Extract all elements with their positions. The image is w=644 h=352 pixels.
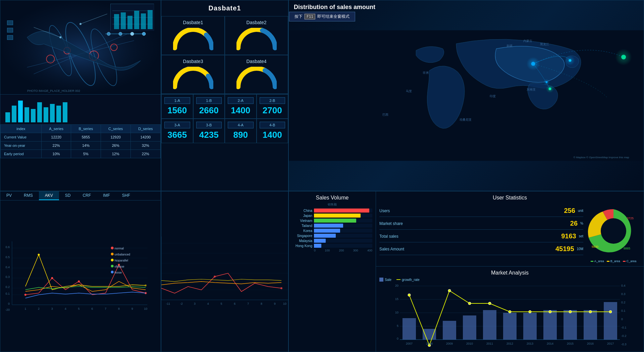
gauge-cell-2: Dasbate3 [161, 55, 225, 94]
svg-text:0: 0 [8, 302, 10, 305]
turbine-visualization: PHOTO IMAGE_PLACE_HOLDER 002 [0, 0, 161, 94]
metric-label-6: 4-A [228, 122, 254, 128]
bar-label-0: China [292, 209, 312, 213]
gauge-svg-1 [236, 28, 277, 51]
svg-rect-152 [503, 313, 517, 340]
stat-row-total-sales: Total sales 9163 set [379, 232, 583, 242]
svg-text:-0.3: -0.3 [621, 343, 627, 346]
metric-label-1: 1-B [196, 97, 222, 104]
svg-point-97 [111, 259, 114, 261]
metric-value-1: 2660 [196, 105, 222, 116]
legend-c-label: C_area [627, 259, 637, 263]
line-chart-svg: 0.6 0.5 0.4 0.3 0.2 0.1 0 -20 1 2 3 4 5 … [0, 202, 161, 351]
cell-b: 5855 [71, 133, 101, 141]
svg-point-161 [468, 302, 471, 305]
legend-c-icon [623, 261, 626, 262]
cell-d: 22% [130, 150, 160, 158]
bar-label-2: Vietnam [292, 219, 312, 223]
svg-text:-20: -20 [5, 308, 10, 311]
svg-rect-156 [584, 310, 597, 340]
fullscreen-tooltip: 按下 F11 即可结束全窗模式 [289, 12, 355, 21]
svg-point-87 [51, 277, 53, 279]
gauge-svg-3 [236, 67, 277, 90]
main-dashboard: PHOTO IMAGE_PLACE_HOLDER 002 index [0, 0, 644, 352]
bar-row-japan: Japan [292, 214, 372, 218]
tab-akv[interactable]: AKV [39, 191, 59, 200]
svg-text:0.2: 0.2 [5, 285, 9, 289]
svg-text:2009: 2009 [446, 342, 453, 345]
svg-text:0.6: 0.6 [5, 245, 9, 249]
sales-vol-subtitle: 销售额 [292, 202, 372, 207]
metric-cell-3-B: 3-B 4235 [193, 119, 225, 143]
svg-text:oblique: oblique [115, 265, 124, 268]
tab-rms[interactable]: RMS [18, 191, 39, 200]
bar-row-hong kong: Hong Kong [292, 244, 372, 248]
svg-point-28 [59, 36, 61, 38]
svg-point-167 [589, 310, 592, 313]
user-stats-market: User Statistics Users 256 unitMarket sha… [376, 191, 644, 352]
tab-crf[interactable]: CRF [76, 191, 97, 200]
gauge-cell-3: Dasbate4 [225, 55, 288, 94]
gauge-svg-0 [173, 28, 213, 51]
metric-label-3: 2-B [260, 97, 285, 104]
svg-text:4: 4 [207, 302, 209, 305]
svg-text:6: 6 [234, 302, 235, 305]
svg-text:2015: 2015 [567, 342, 574, 345]
svg-text:2: 2 [38, 307, 40, 310]
stat-unit-1: % [580, 222, 583, 225]
cell-label: Year-on-year [1, 141, 42, 150]
svg-point-86 [24, 294, 26, 296]
svg-text:-11: -11 [166, 302, 170, 305]
svg-text:-2: -2 [180, 302, 183, 305]
user-stats-title: User Statistics [379, 195, 640, 201]
th-index: index [1, 125, 42, 133]
svg-text:0.4: 0.4 [5, 266, 9, 269]
donut-chart-container: 3725 5630 8865 A_area [587, 204, 640, 263]
svg-text:0.3: 0.3 [621, 292, 626, 296]
svg-rect-149 [443, 321, 456, 340]
svg-rect-34 [37, 102, 42, 122]
metric-cell-1-A: 1-A 1560 [161, 94, 193, 119]
svg-point-124 [601, 218, 626, 244]
metric-value-2: 1400 [228, 105, 254, 116]
stat-row-users: Users 256 unit [379, 207, 583, 217]
cell-a: 10% [41, 150, 71, 158]
bar-label-1: Japan [292, 214, 312, 218]
stat-unit-2: set [579, 234, 583, 238]
x-axis-label: 400 [367, 249, 372, 252]
tab-pv[interactable]: PV [0, 191, 18, 200]
metric-label-4: 3-A [164, 122, 190, 128]
map-svg: 新疆 内蒙古 黑龙江 非洲 东南亚 马里 坦桑尼亚 巴西 印度 © Mapbox… [289, 0, 644, 191]
bar-label-7: Hong Kong [292, 244, 312, 248]
donut-svg: 3725 5630 8865 [587, 204, 640, 258]
legend-b-label: B_area [610, 259, 620, 263]
stat-label-2: Total sales [379, 234, 558, 239]
svg-text:0.1: 0.1 [621, 309, 626, 312]
svg-text:-0.2: -0.2 [621, 334, 627, 338]
svg-text:内蒙古: 内蒙古 [523, 39, 532, 43]
svg-text:8865: 8865 [624, 247, 630, 250]
tab-imf[interactable]: IMF [97, 191, 116, 200]
tab-shf[interactable]: SHF [116, 191, 136, 200]
gauge-svg-2 [173, 67, 213, 90]
bar-track-1 [314, 214, 372, 218]
gauge-title-1: Dasbate2 [247, 20, 267, 25]
map-background: 新疆 内蒙古 黑龙江 非洲 东南亚 马里 坦桑尼亚 巴西 印度 © Mapbox… [289, 0, 644, 191]
svg-text:3725: 3725 [627, 217, 634, 220]
svg-point-92 [145, 284, 147, 286]
svg-text:5: 5 [221, 302, 222, 305]
bar-track-3 [314, 224, 372, 228]
svg-text:10: 10 [144, 307, 147, 310]
cell-b: 14% [71, 141, 101, 150]
svg-point-26 [79, 23, 82, 25]
x-axis-numbers: 0100200300400 [292, 249, 372, 252]
svg-rect-147 [402, 318, 416, 340]
bar-row-malaysia: Malaysia [292, 239, 372, 243]
legend-a-icon [591, 261, 593, 262]
bar-fill-1 [314, 214, 361, 218]
svg-rect-153 [523, 313, 537, 340]
svg-point-49 [621, 55, 626, 59]
svg-text:4: 4 [65, 307, 66, 310]
svg-text:loose: loose [115, 271, 122, 274]
tab-sd[interactable]: SD [59, 191, 77, 200]
